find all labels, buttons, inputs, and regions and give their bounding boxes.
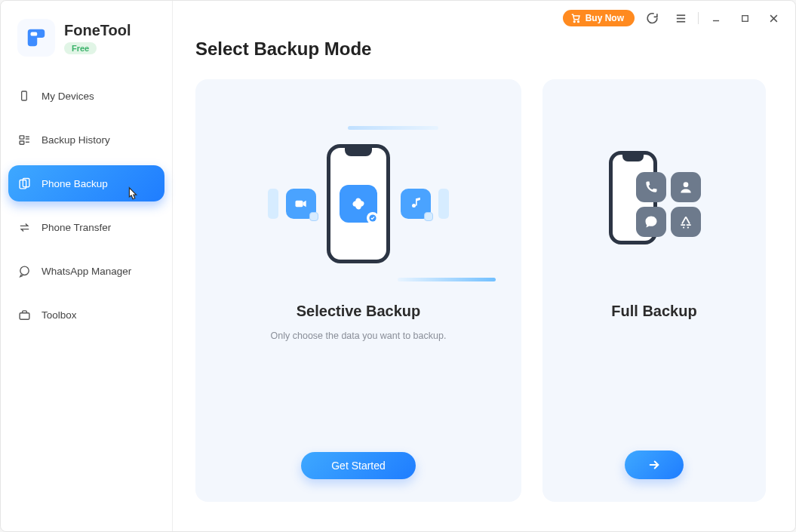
brand-column: FoneTool Free [64,22,131,54]
maximize-button[interactable] [733,7,756,29]
svg-point-0 [573,21,575,23]
svg-rect-19 [20,312,29,319]
nav: My Devices Backup History Phone Backup P… [1,78,172,340]
cart-icon [570,13,581,23]
appstore-app-icon [671,207,701,237]
page-title: Select Backup Mode [195,38,774,60]
sidebar-item-whatsapp-manager[interactable]: WhatsApp Manager [8,253,164,289]
sidebar-item-toolbox[interactable]: Toolbox [8,297,164,333]
sidebar-item-my-devices[interactable]: My Devices [8,78,164,114]
sidebar-item-label: My Devices [41,91,94,102]
svg-rect-12 [20,140,24,143]
arrow-right-icon [647,458,661,472]
video-tile-icon [286,189,316,219]
svg-point-18 [20,266,28,275]
svg-rect-6 [742,15,748,21]
fan-tile-icon [340,185,377,223]
dash-decoration [348,126,438,130]
brand-name: FoneTool [64,22,131,39]
history-icon [17,133,31,146]
full-illustration [558,109,751,298]
transfer-icon [17,220,31,234]
sidebar: FoneTool Free My Devices Backup History [1,1,173,531]
cta-label: Get Started [331,460,386,472]
svg-rect-20 [296,201,303,207]
svg-rect-10 [22,91,27,100]
get-started-button[interactable]: Get Started [301,452,416,479]
svg-rect-9 [31,32,38,36]
close-icon [768,13,779,24]
full-title: Full Backup [611,303,696,320]
svg-rect-11 [20,135,24,138]
toolbox-icon [17,308,31,321]
refresh-icon [646,12,659,25]
selective-subtitle: Only choose the data you want to backup. [271,331,447,341]
sidebar-item-label: Toolbox [41,309,77,321]
svg-point-1 [577,21,579,23]
app-logo [17,19,55,57]
minimize-button[interactable] [705,7,727,29]
close-button[interactable] [762,7,785,29]
refresh-button[interactable] [641,7,663,29]
mode-cards: Selective Backup Only choose the data yo… [195,79,774,502]
contact-app-icon [671,172,701,202]
selective-illustration [211,109,506,298]
minimize-icon [711,13,721,23]
flank-decoration [438,189,449,219]
separator [698,12,699,24]
logo-icon [25,26,48,49]
buy-now-label: Buy Now [585,13,624,23]
check-badge-icon [367,212,379,224]
music-tile-icon [401,189,431,219]
flank-decoration [268,189,278,219]
selective-title: Selective Backup [297,303,421,320]
backup-icon [17,177,31,190]
maximize-icon [740,14,750,23]
main-content: Select Backup Mode [173,1,795,531]
full-backup-button[interactable] [625,451,684,479]
selective-backup-card[interactable]: Selective Backup Only choose the data yo… [195,79,521,502]
titlebar: Buy Now [563,1,795,31]
app-window: Buy Now FoneTool Free [0,0,796,532]
sidebar-item-label: Phone Transfer [41,222,111,233]
sidebar-item-label: WhatsApp Manager [41,266,131,277]
brand-row: FoneTool Free [1,19,172,63]
dash-decoration [398,278,496,281]
phone-icon [327,144,390,263]
device-icon [17,89,31,103]
messages-app-icon [636,207,666,237]
tier-badge: Free [64,42,97,54]
sidebar-item-phone-backup[interactable]: Phone Backup [8,165,164,201]
menu-button[interactable] [669,7,692,29]
sidebar-item-label: Phone Backup [41,178,108,189]
menu-icon [675,12,687,25]
full-backup-card[interactable]: Full Backup [542,79,766,502]
sidebar-item-backup-history[interactable]: Backup History [8,121,164,158]
phone-app-icon [636,172,666,202]
buy-now-button[interactable]: Buy Now [563,10,635,26]
svg-point-22 [684,182,689,187]
sidebar-item-label: Backup History [41,134,110,146]
whatsapp-icon [17,264,31,278]
sidebar-item-phone-transfer[interactable]: Phone Transfer [8,209,164,245]
